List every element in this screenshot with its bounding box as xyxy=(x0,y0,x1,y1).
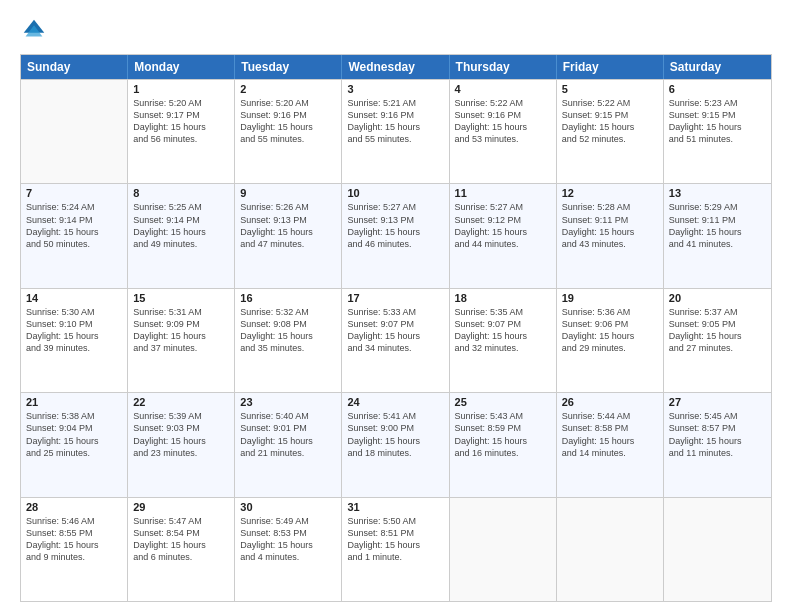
calendar-cell: 3Sunrise: 5:21 AM Sunset: 9:16 PM Daylig… xyxy=(342,80,449,183)
day-info: Sunrise: 5:22 AM Sunset: 9:15 PM Dayligh… xyxy=(562,97,658,146)
day-number: 4 xyxy=(455,83,551,95)
day-info: Sunrise: 5:30 AM Sunset: 9:10 PM Dayligh… xyxy=(26,306,122,355)
calendar-cell xyxy=(450,498,557,601)
calendar-cell: 11Sunrise: 5:27 AM Sunset: 9:12 PM Dayli… xyxy=(450,184,557,287)
day-info: Sunrise: 5:41 AM Sunset: 9:00 PM Dayligh… xyxy=(347,410,443,459)
calendar-cell: 28Sunrise: 5:46 AM Sunset: 8:55 PM Dayli… xyxy=(21,498,128,601)
calendar-cell: 9Sunrise: 5:26 AM Sunset: 9:13 PM Daylig… xyxy=(235,184,342,287)
day-number: 3 xyxy=(347,83,443,95)
calendar-cell xyxy=(664,498,771,601)
day-info: Sunrise: 5:21 AM Sunset: 9:16 PM Dayligh… xyxy=(347,97,443,146)
day-number: 26 xyxy=(562,396,658,408)
calendar-cell: 27Sunrise: 5:45 AM Sunset: 8:57 PM Dayli… xyxy=(664,393,771,496)
calendar-cell: 24Sunrise: 5:41 AM Sunset: 9:00 PM Dayli… xyxy=(342,393,449,496)
calendar-cell: 2Sunrise: 5:20 AM Sunset: 9:16 PM Daylig… xyxy=(235,80,342,183)
day-info: Sunrise: 5:33 AM Sunset: 9:07 PM Dayligh… xyxy=(347,306,443,355)
day-info: Sunrise: 5:26 AM Sunset: 9:13 PM Dayligh… xyxy=(240,201,336,250)
calendar-cell: 25Sunrise: 5:43 AM Sunset: 8:59 PM Dayli… xyxy=(450,393,557,496)
calendar-cell: 22Sunrise: 5:39 AM Sunset: 9:03 PM Dayli… xyxy=(128,393,235,496)
weekday-header: Tuesday xyxy=(235,55,342,79)
day-number: 12 xyxy=(562,187,658,199)
page: SundayMondayTuesdayWednesdayThursdayFrid… xyxy=(0,0,792,612)
day-number: 23 xyxy=(240,396,336,408)
day-number: 29 xyxy=(133,501,229,513)
day-number: 21 xyxy=(26,396,122,408)
calendar-cell: 7Sunrise: 5:24 AM Sunset: 9:14 PM Daylig… xyxy=(21,184,128,287)
day-number: 10 xyxy=(347,187,443,199)
calendar-cell: 29Sunrise: 5:47 AM Sunset: 8:54 PM Dayli… xyxy=(128,498,235,601)
day-info: Sunrise: 5:25 AM Sunset: 9:14 PM Dayligh… xyxy=(133,201,229,250)
calendar-cell: 12Sunrise: 5:28 AM Sunset: 9:11 PM Dayli… xyxy=(557,184,664,287)
day-info: Sunrise: 5:32 AM Sunset: 9:08 PM Dayligh… xyxy=(240,306,336,355)
weekday-header: Wednesday xyxy=(342,55,449,79)
day-number: 2 xyxy=(240,83,336,95)
calendar-cell: 30Sunrise: 5:49 AM Sunset: 8:53 PM Dayli… xyxy=(235,498,342,601)
calendar-cell: 14Sunrise: 5:30 AM Sunset: 9:10 PM Dayli… xyxy=(21,289,128,392)
day-info: Sunrise: 5:46 AM Sunset: 8:55 PM Dayligh… xyxy=(26,515,122,564)
weekday-header: Thursday xyxy=(450,55,557,79)
day-number: 24 xyxy=(347,396,443,408)
day-info: Sunrise: 5:31 AM Sunset: 9:09 PM Dayligh… xyxy=(133,306,229,355)
calendar-cell: 19Sunrise: 5:36 AM Sunset: 9:06 PM Dayli… xyxy=(557,289,664,392)
header xyxy=(20,16,772,44)
day-number: 17 xyxy=(347,292,443,304)
day-info: Sunrise: 5:35 AM Sunset: 9:07 PM Dayligh… xyxy=(455,306,551,355)
weekday-header: Friday xyxy=(557,55,664,79)
day-number: 14 xyxy=(26,292,122,304)
calendar-header: SundayMondayTuesdayWednesdayThursdayFrid… xyxy=(21,55,771,79)
day-number: 18 xyxy=(455,292,551,304)
calendar-cell: 1Sunrise: 5:20 AM Sunset: 9:17 PM Daylig… xyxy=(128,80,235,183)
day-info: Sunrise: 5:29 AM Sunset: 9:11 PM Dayligh… xyxy=(669,201,766,250)
calendar-cell: 23Sunrise: 5:40 AM Sunset: 9:01 PM Dayli… xyxy=(235,393,342,496)
calendar-cell xyxy=(557,498,664,601)
logo xyxy=(20,16,52,44)
day-info: Sunrise: 5:20 AM Sunset: 9:16 PM Dayligh… xyxy=(240,97,336,146)
day-number: 28 xyxy=(26,501,122,513)
calendar-cell: 16Sunrise: 5:32 AM Sunset: 9:08 PM Dayli… xyxy=(235,289,342,392)
calendar-cell: 31Sunrise: 5:50 AM Sunset: 8:51 PM Dayli… xyxy=(342,498,449,601)
calendar-row: 1Sunrise: 5:20 AM Sunset: 9:17 PM Daylig… xyxy=(21,79,771,183)
calendar-cell: 6Sunrise: 5:23 AM Sunset: 9:15 PM Daylig… xyxy=(664,80,771,183)
calendar-cell xyxy=(21,80,128,183)
calendar-row: 14Sunrise: 5:30 AM Sunset: 9:10 PM Dayli… xyxy=(21,288,771,392)
day-number: 8 xyxy=(133,187,229,199)
day-info: Sunrise: 5:27 AM Sunset: 9:13 PM Dayligh… xyxy=(347,201,443,250)
day-number: 9 xyxy=(240,187,336,199)
calendar-cell: 15Sunrise: 5:31 AM Sunset: 9:09 PM Dayli… xyxy=(128,289,235,392)
day-number: 1 xyxy=(133,83,229,95)
day-info: Sunrise: 5:38 AM Sunset: 9:04 PM Dayligh… xyxy=(26,410,122,459)
calendar-row: 28Sunrise: 5:46 AM Sunset: 8:55 PM Dayli… xyxy=(21,497,771,601)
calendar-cell: 10Sunrise: 5:27 AM Sunset: 9:13 PM Dayli… xyxy=(342,184,449,287)
weekday-header: Monday xyxy=(128,55,235,79)
day-number: 27 xyxy=(669,396,766,408)
calendar-cell: 5Sunrise: 5:22 AM Sunset: 9:15 PM Daylig… xyxy=(557,80,664,183)
day-info: Sunrise: 5:36 AM Sunset: 9:06 PM Dayligh… xyxy=(562,306,658,355)
day-info: Sunrise: 5:28 AM Sunset: 9:11 PM Dayligh… xyxy=(562,201,658,250)
day-number: 20 xyxy=(669,292,766,304)
day-info: Sunrise: 5:22 AM Sunset: 9:16 PM Dayligh… xyxy=(455,97,551,146)
calendar-cell: 13Sunrise: 5:29 AM Sunset: 9:11 PM Dayli… xyxy=(664,184,771,287)
day-number: 30 xyxy=(240,501,336,513)
day-number: 6 xyxy=(669,83,766,95)
calendar-cell: 26Sunrise: 5:44 AM Sunset: 8:58 PM Dayli… xyxy=(557,393,664,496)
day-info: Sunrise: 5:43 AM Sunset: 8:59 PM Dayligh… xyxy=(455,410,551,459)
calendar-cell: 20Sunrise: 5:37 AM Sunset: 9:05 PM Dayli… xyxy=(664,289,771,392)
day-info: Sunrise: 5:37 AM Sunset: 9:05 PM Dayligh… xyxy=(669,306,766,355)
calendar-cell: 21Sunrise: 5:38 AM Sunset: 9:04 PM Dayli… xyxy=(21,393,128,496)
calendar-cell: 18Sunrise: 5:35 AM Sunset: 9:07 PM Dayli… xyxy=(450,289,557,392)
day-number: 31 xyxy=(347,501,443,513)
weekday-header: Sunday xyxy=(21,55,128,79)
day-number: 22 xyxy=(133,396,229,408)
day-number: 15 xyxy=(133,292,229,304)
weekday-header: Saturday xyxy=(664,55,771,79)
day-info: Sunrise: 5:40 AM Sunset: 9:01 PM Dayligh… xyxy=(240,410,336,459)
calendar-row: 21Sunrise: 5:38 AM Sunset: 9:04 PM Dayli… xyxy=(21,392,771,496)
calendar-cell: 8Sunrise: 5:25 AM Sunset: 9:14 PM Daylig… xyxy=(128,184,235,287)
calendar-cell: 4Sunrise: 5:22 AM Sunset: 9:16 PM Daylig… xyxy=(450,80,557,183)
day-info: Sunrise: 5:50 AM Sunset: 8:51 PM Dayligh… xyxy=(347,515,443,564)
calendar-cell: 17Sunrise: 5:33 AM Sunset: 9:07 PM Dayli… xyxy=(342,289,449,392)
day-info: Sunrise: 5:45 AM Sunset: 8:57 PM Dayligh… xyxy=(669,410,766,459)
day-info: Sunrise: 5:47 AM Sunset: 8:54 PM Dayligh… xyxy=(133,515,229,564)
day-number: 5 xyxy=(562,83,658,95)
day-number: 25 xyxy=(455,396,551,408)
